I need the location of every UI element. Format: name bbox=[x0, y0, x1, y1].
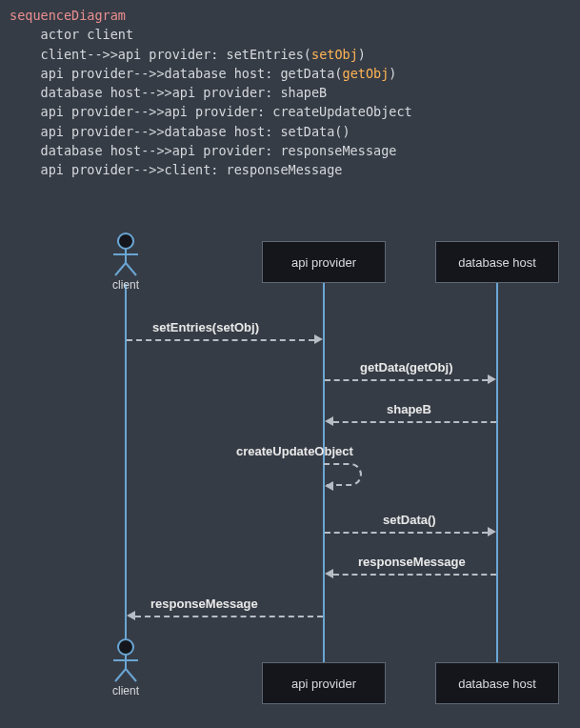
message-arrow bbox=[135, 616, 323, 617]
message-label: setData() bbox=[383, 513, 436, 527]
code-line: api provider-->>client: responseMessage bbox=[10, 162, 343, 177]
svg-point-5 bbox=[118, 639, 133, 655]
message-label: setEntries(setObj) bbox=[152, 320, 259, 334]
actor-client-bottom: client bbox=[105, 638, 147, 698]
participant-db-top: database host bbox=[435, 241, 559, 283]
actor-icon bbox=[110, 233, 142, 276]
arrow-head-icon bbox=[325, 569, 333, 578]
lifeline-db bbox=[496, 280, 498, 663]
arrow-head-icon bbox=[127, 611, 135, 620]
message-label: getData(getObj) bbox=[360, 360, 453, 374]
arrow-head-icon bbox=[325, 416, 333, 426]
svg-line-4 bbox=[126, 263, 136, 275]
svg-point-0 bbox=[118, 233, 133, 249]
arrow-head-icon bbox=[325, 481, 333, 491]
message-label: responseMessage bbox=[358, 555, 466, 569]
message-arrow bbox=[333, 421, 496, 423]
code-line: database host-->>api provider: shapeB bbox=[10, 85, 327, 100]
svg-line-3 bbox=[115, 263, 126, 275]
message-arrow bbox=[325, 532, 488, 534]
message-label: responseMessage bbox=[150, 597, 258, 611]
svg-line-9 bbox=[126, 669, 136, 681]
code-block: sequenceDiagram actor client client-->>a… bbox=[0, 0, 580, 189]
message-arrow bbox=[325, 379, 488, 381]
svg-line-8 bbox=[115, 669, 126, 681]
arrow-head-icon bbox=[488, 527, 496, 536]
actor-client-top: client bbox=[105, 233, 147, 292]
code-line: api provider-->>database host: setData() bbox=[10, 124, 350, 139]
code-keyword: sequenceDiagram bbox=[10, 8, 126, 23]
actor-label: client bbox=[105, 278, 147, 292]
sequence-diagram: client api provider database host setEnt… bbox=[0, 189, 580, 722]
code-line: actor client bbox=[10, 27, 133, 42]
participant-api-bottom: api provider bbox=[262, 662, 386, 704]
arrow-head-icon bbox=[314, 334, 323, 344]
participant-db-bottom: database host bbox=[435, 662, 559, 704]
message-arrow bbox=[127, 339, 314, 341]
actor-label: client bbox=[105, 684, 147, 698]
message-label: shapeB bbox=[387, 402, 431, 416]
code-line: database host-->>api provider: responseM… bbox=[10, 143, 396, 158]
message-arrow bbox=[333, 574, 496, 576]
code-line: api provider-->>api provider: createUpda… bbox=[10, 104, 412, 119]
arrow-head-icon bbox=[488, 374, 496, 384]
participant-api-top: api provider bbox=[262, 241, 386, 283]
actor-icon bbox=[110, 638, 142, 682]
message-label: createUpdateObject bbox=[236, 444, 353, 458]
code-line: api provider-->>database host: getData(g… bbox=[10, 66, 396, 81]
code-line: client-->>api provider: setEntries(setOb… bbox=[10, 47, 366, 62]
